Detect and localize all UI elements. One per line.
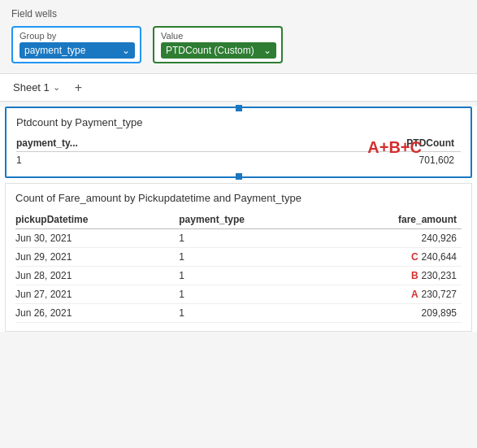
cell-datetime: Jun 27, 2021 <box>15 285 179 304</box>
group-by-value: payment_type <box>24 45 85 56</box>
field-wells-title: Field wells <box>11 8 466 20</box>
top-chart-panel[interactable]: Ptdcount by Payment_type payment_ty... P… <box>5 107 472 178</box>
row-badge: B <box>411 270 418 281</box>
value-dropdown[interactable]: PTDCount (Custom) ⌄ <box>161 42 276 59</box>
sheet-tab-arrow-icon: ⌄ <box>53 82 60 93</box>
value-well: Value PTDCount (Custom) ⌄ <box>153 26 283 63</box>
table-row: Jun 27, 2021 1 A230,727 <box>15 285 462 304</box>
cell-fare-amount: C240,644 <box>327 248 462 267</box>
add-sheet-button[interactable]: + <box>70 79 87 97</box>
cell-fare-amount: 240,926 <box>327 229 462 248</box>
cell-datetime: Jun 29, 2021 <box>15 248 179 267</box>
cell-payment-type: 1 <box>179 304 327 323</box>
sheet-name: Sheet 1 <box>13 81 50 94</box>
bottom-table-title: Count of Fare_amount by Pickupdatetime a… <box>15 192 462 204</box>
row-badge: A <box>411 289 418 300</box>
cell-datetime: Jun 26, 2021 <box>15 304 179 323</box>
cell-ptdcount: 701,602 <box>264 152 461 169</box>
cell-payment-type: 1 <box>179 267 327 285</box>
bottom-data-table: pickupDatetime payment_type fare_amount … <box>15 211 462 323</box>
value-arrow-icon: ⌄ <box>263 45 271 56</box>
group-by-well: Group by payment_type ⌄ <box>11 26 141 63</box>
cell-datetime: Jun 28, 2021 <box>15 267 179 285</box>
resize-handle-bottom[interactable] <box>236 173 242 180</box>
value-label: Value <box>161 31 276 41</box>
bottom-table-panel: Count of Fare_amount by Pickupdatetime a… <box>5 183 472 332</box>
col-header-ptdcount: PTDCount <box>264 135 461 152</box>
sheet-tab[interactable]: Sheet 1 ⌄ <box>8 78 65 97</box>
group-by-arrow-icon: ⌄ <box>122 45 130 56</box>
table-row: Jun 30, 2021 1 240,926 <box>15 229 462 248</box>
col-header-payment: payment_ty... <box>16 135 264 152</box>
main-content: Ptdcount by Payment_type payment_ty... P… <box>0 107 477 332</box>
group-by-label: Group by <box>20 31 135 41</box>
cell-fare-amount: B230,231 <box>327 267 462 285</box>
sheets-bar: Sheet 1 ⌄ + <box>0 74 477 102</box>
cell-payment-type: 1 <box>179 285 327 304</box>
table-row: Jun 29, 2021 1 C240,644 <box>15 248 462 267</box>
row-badge: C <box>411 251 418 263</box>
cell-fare-amount: 209,895 <box>327 304 462 323</box>
cell-payment: 1 <box>16 152 264 169</box>
col-header-payment-type: payment_type <box>179 211 327 229</box>
value-value: PTDCount (Custom) <box>166 45 254 56</box>
cell-datetime: Jun 30, 2021 <box>15 229 179 248</box>
resize-handle-top[interactable] <box>236 105 242 111</box>
cell-payment-type: 1 <box>179 248 327 267</box>
group-by-dropdown[interactable]: payment_type ⌄ <box>20 42 135 59</box>
col-header-fare-amount: fare_amount <box>327 211 462 229</box>
cell-payment-type: 1 <box>179 229 327 248</box>
field-wells-row: Group by payment_type ⌄ Value PTDCount (… <box>11 26 466 63</box>
col-header-datetime: pickupDatetime <box>15 211 179 229</box>
field-wells-section: Field wells Group by payment_type ⌄ Valu… <box>0 0 477 74</box>
cell-fare-amount: A230,727 <box>327 285 462 304</box>
table-row: Jun 28, 2021 1 B230,231 <box>15 267 462 285</box>
table-row: Jun 26, 2021 1 209,895 <box>15 304 462 323</box>
top-chart-title: Ptdcount by Payment_type <box>16 116 461 128</box>
formula-label: A+B+C <box>367 138 422 157</box>
